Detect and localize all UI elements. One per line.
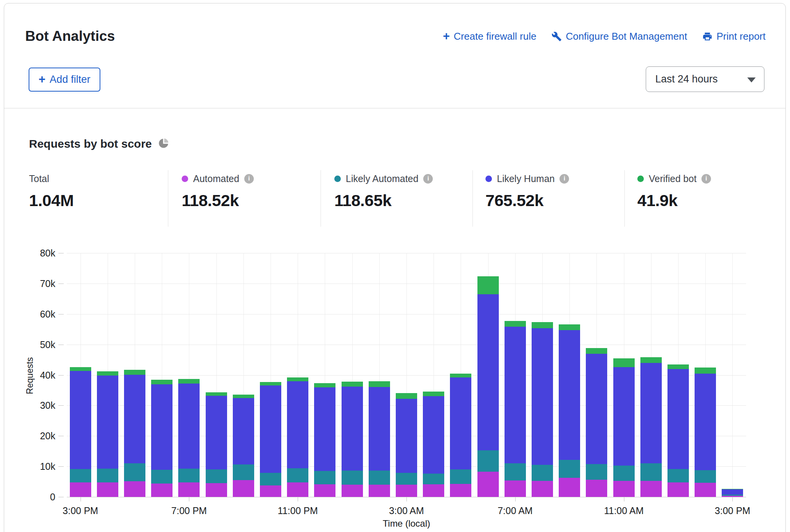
bar-column[interactable] [97,371,118,497]
bar-segment-likely-automated [532,465,553,481]
create-firewall-rule-link[interactable]: + Create firewall rule [443,31,537,42]
bar-column[interactable] [667,364,689,497]
time-range-dropdown[interactable]: Last 24 hours [646,66,764,92]
bar-segment-likely-human [124,375,145,463]
plus-icon: + [443,30,450,42]
bar-column[interactable] [532,322,553,497]
bar-column[interactable] [396,393,417,497]
bar-column[interactable] [178,379,200,497]
stat-total: Total 1.04M [29,172,74,210]
bar-column[interactable] [423,392,444,497]
bar-segment-likely-human [667,369,689,469]
bar-segment-likely-automated [423,474,444,485]
wrench-icon [551,31,562,42]
x-axis-tick [406,497,407,501]
bar-column[interactable] [369,381,390,497]
bar-segment-automated [342,485,363,497]
bar-segment-automated [423,484,444,497]
bar-column[interactable] [342,382,363,497]
x-axis-tick [624,497,624,501]
bar-column[interactable] [613,358,635,497]
bar-segment-verified-bot [342,382,363,387]
bar-segment-verified-bot [369,381,390,387]
y-axis-tick [58,405,64,406]
bar-segment-automated [722,496,743,497]
bar-segment-verified-bot [450,374,471,377]
bar-segment-verified-bot [287,377,308,381]
bar-segment-likely-human [695,374,716,470]
bar-column[interactable] [586,348,607,497]
bar-segment-verified-bot [260,382,281,386]
pie-chart-icon [158,138,169,150]
info-icon[interactable]: i [559,174,569,184]
bar-segment-verified-bot [124,370,145,375]
bar-segment-likely-automated [695,470,716,483]
bar-segment-verified-bot [178,379,200,384]
bar-column[interactable] [695,368,716,497]
bar-segment-likely-human [206,396,227,469]
bar-segment-verified-bot [151,380,173,384]
bar-column[interactable] [722,489,743,497]
bar-segment-likely-human [450,377,471,469]
bar-segment-likely-human [559,330,580,459]
configure-bot-management-link[interactable]: Configure Bot Management [551,31,687,42]
x-axis-tick-label: 11:00 PM [278,505,318,516]
stat-label: Total [29,173,49,184]
bar-segment-likely-human [287,381,308,468]
x-axis-tick-label: 7:00 PM [171,505,207,516]
bar-segment-verified-bot [477,276,499,294]
bar-segment-likely-human [613,367,635,466]
bar-column[interactable] [151,380,173,497]
bar-segment-likely-human [396,399,417,473]
print-report-link[interactable]: Print report [702,31,766,42]
stat-label: Automated [193,173,239,184]
stat-divider [321,170,321,227]
bar-column[interactable] [505,321,526,497]
bar-segment-likely-human [586,354,607,464]
bar-column[interactable] [70,367,91,497]
bar-segment-likely-human [369,387,390,471]
bar-column[interactable] [233,395,254,497]
bar-segment-automated [124,481,145,497]
bar-segment-likely-automated [613,466,635,481]
y-axis-tick [58,497,64,497]
stat-verified-bot: Verified bot i 41.9k [637,172,711,210]
x-axis-tick [189,497,189,501]
y-axis-tick-label: 70k [21,278,55,289]
bar-column[interactable] [640,357,662,497]
bar-segment-verified-bot [314,383,335,387]
bar-column[interactable] [124,370,145,497]
y-axis-tick [58,314,64,314]
bar-column[interactable] [477,276,499,497]
bar-segment-verified-bot [206,392,227,396]
bar-segment-verified-bot [640,357,662,363]
bar-column[interactable] [260,382,281,497]
bar-segment-likely-automated [206,469,227,483]
bar-segment-likely-automated [505,463,526,480]
info-icon[interactable]: i [244,174,254,184]
y-axis-tick-label: 20k [21,430,55,442]
bar-segment-automated [97,482,118,497]
bar-segment-verified-bot [70,367,91,371]
add-filter-button[interactable]: + Add filter [29,68,100,92]
stat-likely-human: Likely Human i 765.52k [485,172,569,210]
bar-segment-likely-human [423,396,444,474]
bar-segment-likely-automated [369,471,390,485]
bar-segment-verified-bot [667,364,689,369]
x-axis-tick-label: 3:00 PM [715,505,750,516]
stat-automated: Automated i 118.52k [182,172,254,210]
x-axis-tick-label: 3:00 PM [63,505,98,516]
bar-segment-likely-automated [586,464,607,480]
bar-segment-automated [233,480,254,497]
bar-column[interactable] [314,383,335,497]
bar-segment-likely-automated [151,470,173,484]
bar-column[interactable] [206,392,227,497]
info-icon[interactable]: i [423,174,433,184]
bar-column[interactable] [450,374,471,497]
bar-column[interactable] [559,324,580,497]
info-icon[interactable]: i [701,174,711,184]
stat-label: Likely Human [497,173,555,184]
bar-column[interactable] [287,377,308,497]
stat-value: 765.52k [485,191,569,210]
bar-segment-verified-bot [97,371,118,376]
